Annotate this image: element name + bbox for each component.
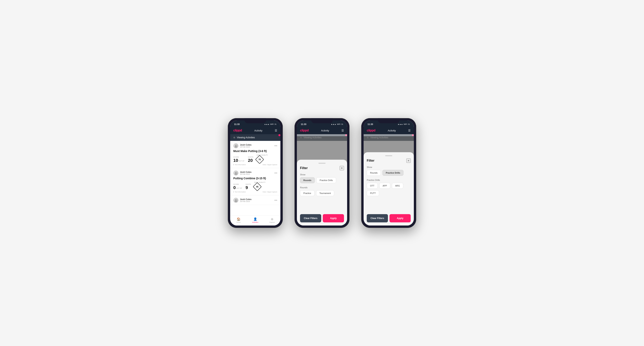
user-date-2: 28 Feb 2023: [240, 173, 252, 175]
score-value-2: 0: [233, 185, 236, 190]
user-date-1: 28 Feb 2023: [240, 146, 252, 148]
close-button-2[interactable]: ✕: [340, 166, 344, 170]
home-icon-1: 🏠: [237, 217, 240, 221]
rounds-tab-3[interactable]: Rounds: [367, 170, 381, 176]
status-time-1: 11:33: [234, 123, 240, 125]
app-btn-3[interactable]: APP: [379, 183, 390, 189]
putt-btn-3[interactable]: PUTT: [367, 190, 379, 196]
clear-filters-button-3[interactable]: Clear Filters: [367, 214, 388, 222]
practice-drills-tab-3[interactable]: Practice Drills: [382, 170, 404, 176]
score-label-1: Score: [233, 156, 245, 158]
shots-value-1: 20: [248, 158, 253, 163]
phone-3: 11:33 ▲▲▲ WiFi 31 clippd Activity ☰ ⚙ Vi…: [361, 118, 416, 228]
score-value-1: 10: [233, 158, 238, 163]
user-date-3: 28 Feb 2023: [240, 200, 252, 202]
status-icons-1: ▲▲▲ WiFi 31: [264, 123, 276, 125]
activities-icon-1: 👤: [253, 217, 257, 221]
nav-home-1[interactable]: 🏠 Home: [230, 217, 247, 223]
avatar-inner-1: [234, 143, 238, 148]
card-title-2: Putting Combine (3-15 ft): [233, 177, 277, 180]
user-meta-2: Josh Coles 28 Feb 2023: [240, 171, 252, 175]
viewing-bar-1[interactable]: ⚙ Viewing Activities: [230, 134, 280, 141]
wifi-icon-1: WiFi: [270, 123, 274, 125]
apply-button-3[interactable]: Apply: [390, 214, 411, 222]
header-title-1: Activity: [254, 129, 262, 132]
close-button-3[interactable]: ✕: [406, 159, 411, 163]
filter-modal-3: Filter ✕ Show Rounds Practice Drills Pra…: [364, 152, 414, 225]
avatar-inner-3: [234, 198, 238, 203]
viewing-dot-1: [278, 134, 280, 136]
tournament-btn-2[interactable]: Tournament: [316, 190, 334, 196]
rounds-section-label-2: Rounds: [300, 186, 344, 189]
modal-header-2: Filter ✕: [300, 166, 344, 170]
status-icons-3: ▲▲▲ WiFi 31: [398, 123, 410, 125]
ott-btn-3[interactable]: OTT: [367, 183, 378, 189]
modal-actions-3: Clear Filters Apply: [367, 214, 411, 222]
logo-3: clippd: [367, 129, 375, 132]
practice-drills-section-label-3: Practice Drills: [367, 179, 411, 181]
card-title-1: Must Make Putting (3-6 ft): [233, 150, 277, 153]
apply-button-2[interactable]: Apply: [323, 214, 344, 222]
app-header-2: clippd Activity ☰: [297, 127, 347, 134]
info-icon-2: ℹ: [233, 191, 234, 193]
shots-label-1: Shots: [248, 156, 254, 158]
modal-title-3: Filter: [367, 159, 374, 163]
phone-1: 11:33 ▲▲▲ WiFi 31 clippd Activity ☰ ⚙ Vi…: [228, 118, 283, 228]
avatar-inner-2: [234, 171, 238, 175]
header-title-2: Activity: [321, 129, 329, 132]
rounds-options-2: Practice Tournament: [300, 190, 344, 196]
status-icons-2: ▲▲▲ WiFi 31: [331, 123, 343, 125]
avatar-2: [233, 171, 238, 175]
nav-capture-1[interactable]: ⊕ Capture: [264, 217, 280, 223]
activity-list-1: Josh Coles 28 Feb 2023 ••• Must Make Put…: [230, 141, 280, 217]
phone-3-screen: 11:33 ▲▲▲ WiFi 31 clippd Activity ☰ ⚙ Vi…: [364, 121, 414, 225]
phone-1-notch: [244, 118, 266, 123]
phone-3-notch: [378, 118, 400, 123]
battery-icon-1: 31: [274, 123, 276, 125]
clear-filters-button-2[interactable]: Clear Filters: [300, 214, 321, 222]
hamburger-icon-1[interactable]: ☰: [275, 129, 277, 132]
shots-value-2: 9: [246, 185, 248, 190]
practice-btn-2[interactable]: Practice: [300, 190, 314, 196]
wifi-icon-3: WiFi: [404, 123, 407, 125]
hamburger-icon-3[interactable]: ☰: [408, 129, 411, 132]
logo-1: clippd: [233, 129, 242, 132]
arg-btn-3[interactable]: ARG: [392, 183, 403, 189]
practice-drills-options-3: OTT APP ARG PUTT: [367, 183, 411, 196]
more-dots-1[interactable]: •••: [274, 144, 277, 147]
phone-2-notch: [311, 118, 333, 123]
user-info-1: Josh Coles 28 Feb 2023: [233, 143, 252, 148]
card-header-2: Josh Coles 28 Feb 2023 •••: [233, 171, 277, 175]
show-label-2: Show: [300, 173, 344, 176]
svg-point-1: [235, 146, 237, 147]
viewing-bar-text-1: Viewing Activities: [237, 136, 255, 139]
more-dots-2[interactable]: •••: [274, 172, 277, 174]
rounds-tab-2[interactable]: Rounds: [300, 177, 315, 183]
info-icon-1: ℹ: [233, 164, 234, 166]
home-label-1: Home: [236, 221, 240, 223]
hamburger-icon-2[interactable]: ☰: [342, 129, 344, 132]
activity-card-1: Josh Coles 28 Feb 2023 ••• Must Make Put…: [230, 141, 280, 168]
svg-point-2: [235, 172, 236, 173]
sq-badge-2: 45: [253, 182, 262, 191]
battery-icon-3: 31: [408, 123, 410, 125]
practice-drills-tab-2[interactable]: Practice Drills: [316, 177, 336, 183]
user-info-3: Josh Coles 28 Feb 2023: [233, 198, 252, 203]
avatar-1: [233, 143, 238, 148]
capture-label-1: Capture: [269, 221, 275, 223]
info-text-1: Test Information: [235, 164, 246, 166]
phone-2: 11:33 ▲▲▲ WiFi 31 clippd Activity ☰ ⚙ Vi…: [294, 118, 350, 228]
more-dots-3[interactable]: •••: [274, 199, 277, 202]
show-label-3: Show: [367, 166, 411, 168]
show-options-3: Rounds Practice Drills: [367, 170, 411, 176]
nav-activities-1[interactable]: 👤 Activities: [247, 217, 264, 223]
user-name-2: Josh Coles: [240, 171, 252, 173]
info-text-2: Test Information: [235, 191, 246, 193]
header-title-3: Activity: [388, 129, 396, 132]
signal-icon-2: ▲▲▲: [331, 123, 336, 125]
card-footer-2: ℹ Test Information Data: Clippd Capture: [233, 191, 277, 193]
activity-card-3: Josh Coles 28 Feb 2023 •••: [230, 195, 280, 205]
phone-2-screen: 11:33 ▲▲▲ WiFi 31 clippd Activity ☰ ⚙ Vi…: [297, 121, 347, 225]
signal-icon-3: ▲▲▲: [398, 123, 403, 125]
activity-card-2: Josh Coles 28 Feb 2023 ••• Putting Combi…: [230, 168, 280, 195]
